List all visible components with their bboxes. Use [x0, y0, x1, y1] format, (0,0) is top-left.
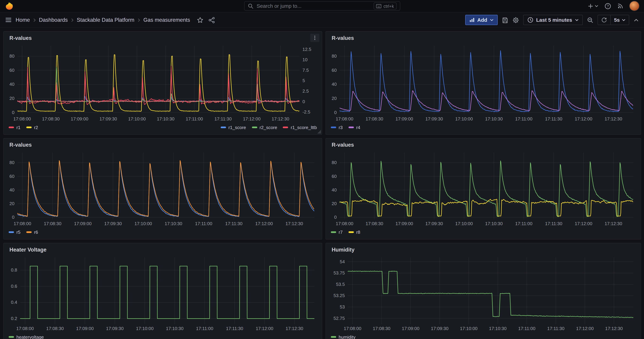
refresh-icon: [601, 17, 607, 23]
x-axis-label: 17:08:30: [366, 221, 383, 226]
legend-item-r2_score[interactable]: r2_score: [252, 125, 277, 130]
help-button[interactable]: ?: [604, 2, 611, 9]
x-axis-label: 17:08:30: [46, 326, 64, 331]
legend-item-humidity[interactable]: humidity: [331, 334, 356, 339]
time-series-chart[interactable]: 80604020017:08:0017:08:3017:09:0017:09:3…: [7, 150, 318, 227]
time-series-chart[interactable]: 5453.7553.553.255352.7517:08:0017:08:301…: [329, 255, 638, 332]
legend-item-r2[interactable]: r2: [26, 125, 38, 130]
share-button[interactable]: [208, 16, 215, 23]
y-axis-label: 53.75: [334, 270, 345, 276]
share-icon: [208, 16, 215, 23]
legend-marker: [252, 126, 257, 128]
time-range-picker[interactable]: Last 5 minutes: [523, 15, 583, 25]
hamburger-icon: [5, 16, 12, 23]
legend-group-left: heatervoltage: [8, 334, 44, 339]
y-axis-label: 80: [332, 54, 337, 59]
y-axis-right-label: 12.5: [302, 47, 311, 52]
panel-header[interactable]: R-values: [7, 142, 318, 150]
breadcrumb-dashboard-title[interactable]: Gas measurements: [144, 17, 190, 23]
panel-r-values-mid-right: R-values 80604020017:08:0017:08:3017:09:…: [326, 138, 641, 240]
search-input[interactable]: Search or jump to... ctrl+k: [244, 1, 400, 11]
breadcrumb-home[interactable]: Home: [16, 17, 30, 23]
avatar[interactable]: [630, 1, 639, 11]
legend-item-r1[interactable]: r1: [8, 125, 20, 130]
panel-header[interactable]: R-values: [7, 35, 318, 43]
x-axis-label: 17:12:30: [272, 116, 289, 122]
legend-item-r4[interactable]: r4: [348, 125, 360, 130]
x-axis-label: 17:10:30: [166, 326, 184, 331]
x-axis-label: 17:10:00: [134, 221, 152, 226]
mega-menu-toggle[interactable]: [5, 16, 12, 23]
panel-header[interactable]: Humidity: [329, 246, 638, 255]
time-series-chart[interactable]: 80604020017:08:0017:08:3017:09:0017:09:3…: [329, 150, 638, 227]
legend-item-r1_score_lttb[interactable]: r1_score_lttb: [283, 125, 317, 130]
legend-item-heatervoltage[interactable]: heatervoltage: [8, 334, 44, 339]
save-dashboard-button[interactable]: [502, 16, 508, 23]
panel-title: R-values: [10, 142, 32, 148]
panel-legend: r3r4: [329, 122, 638, 131]
legend-group-left: r3r4: [331, 125, 360, 130]
y-axis-label: 0: [334, 110, 337, 115]
x-axis-label: 17:11:30: [545, 116, 562, 122]
legend-marker: [8, 336, 14, 338]
rss-icon: [617, 3, 624, 9]
breadcrumb-dashboards[interactable]: Dashboards: [39, 17, 68, 23]
chart-svg: 80604020017:08:0017:08:3017:09:0017:09:3…: [329, 150, 638, 227]
legend-label: r8: [356, 230, 360, 234]
x-axis-label: 17:12:00: [575, 221, 592, 226]
legend-item-r3[interactable]: r3: [331, 125, 343, 130]
series-line-r6: [18, 160, 314, 216]
x-axis-label: 17:12:30: [604, 116, 622, 122]
panel-header[interactable]: Heater Voltage: [7, 246, 318, 255]
chart-svg: 80604020017:08:0017:08:3017:09:0017:09:3…: [7, 150, 318, 227]
legend-item-r6[interactable]: r6: [26, 230, 38, 234]
y-axis-label: 20: [332, 201, 337, 206]
legend-label: humidity: [339, 334, 356, 339]
panel-header[interactable]: R-values: [329, 35, 638, 43]
star-icon: [197, 16, 204, 23]
save-icon: [502, 16, 508, 23]
x-axis-label: 17:11:00: [195, 221, 212, 226]
dashboard-settings-button[interactable]: [512, 16, 519, 23]
collapse-toolbar-button[interactable]: [633, 17, 639, 23]
x-axis-label: 17:09:30: [425, 221, 443, 226]
x-axis-label: 17:08:30: [366, 116, 383, 122]
legend-item-r8[interactable]: r8: [348, 230, 360, 234]
panel-menu-button[interactable]: [310, 34, 319, 42]
x-axis-label: 17:09:00: [402, 326, 420, 331]
search-icon: [248, 3, 253, 9]
y-axis-right-label: 2.5: [302, 88, 309, 94]
legend-marker: [8, 231, 14, 233]
legend-item-r1_score[interactable]: r1_score: [220, 125, 246, 130]
x-axis-label: 17:10:00: [460, 326, 478, 331]
time-series-chart[interactable]: 80604020017:08:0017:08:3017:09:0017:09:3…: [329, 43, 638, 122]
x-axis-label: 17:08:30: [44, 221, 62, 226]
y-axis-label: 52.75: [334, 316, 345, 321]
add-button[interactable]: Add: [465, 15, 498, 25]
breadcrumb-folder[interactable]: Stackable Data Platform: [77, 17, 134, 23]
legend-label: r1: [16, 125, 20, 130]
caret-down-icon: [490, 19, 493, 21]
refresh-interval-picker[interactable]: 5s: [611, 15, 629, 25]
time-range-label: Last 5 minutes: [536, 17, 572, 23]
zoom-out-time-button[interactable]: [587, 16, 594, 23]
legend-item-r5[interactable]: r5: [8, 230, 20, 234]
grafana-logo[interactable]: [5, 2, 14, 10]
legend-item-r7[interactable]: r7: [331, 230, 343, 234]
add-button-label: Add: [477, 17, 487, 23]
news-button[interactable]: [617, 3, 624, 9]
help-icon: ?: [604, 2, 611, 9]
x-axis-label: 17:11:00: [186, 116, 203, 122]
grafana-app: Search or jump to... ctrl+k: [0, 0, 644, 339]
favorite-button[interactable]: [197, 16, 204, 23]
caret-down-icon: [595, 5, 598, 7]
panel-humidity: Humidity 5453.7553.553.255352.7517:08:00…: [326, 243, 641, 339]
refresh-button[interactable]: [598, 15, 610, 25]
time-series-chart[interactable]: 80604020012.5107.552.50-2.517:08:0017:08…: [7, 43, 318, 122]
y-axis-label: 54: [340, 259, 345, 264]
time-series-chart[interactable]: 0.80.60.40.217:08:0017:08:3017:09:0017:0…: [7, 255, 318, 332]
y-axis-label: 40: [10, 82, 14, 87]
new-button[interactable]: [588, 3, 598, 9]
panel-header[interactable]: R-values: [329, 142, 638, 150]
y-axis-label: 60: [10, 68, 14, 73]
